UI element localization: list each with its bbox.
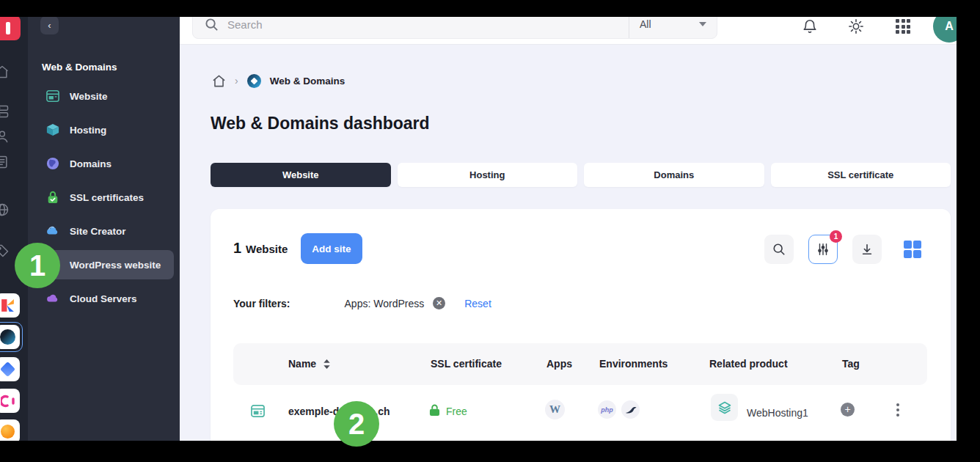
search-icon xyxy=(772,243,786,256)
table-search-button[interactable] xyxy=(764,235,794,264)
sidebar-item-hosting[interactable]: Hosting xyxy=(35,115,174,144)
tab-ssl-certificate[interactable]: SSL certificate xyxy=(771,163,951,187)
search-icon xyxy=(205,18,219,32)
web-domains-product-icon xyxy=(247,74,261,88)
website-list-card: 1 Website Add site 1 Your filters: Apps:… xyxy=(211,209,951,462)
column-name[interactable]: Name xyxy=(288,358,330,370)
sidebar-item-cloud-servers[interactable]: Cloud Servers xyxy=(35,284,174,313)
search-input[interactable] xyxy=(227,18,609,31)
column-environments: Environments xyxy=(599,358,668,370)
annotation-step-1: 1 xyxy=(15,243,60,288)
domains-icon xyxy=(46,157,59,170)
sidebar-item-ssl-certificates[interactable]: SSL certificates xyxy=(35,183,174,212)
add-tag-button[interactable]: + xyxy=(841,403,855,417)
sidebar-item-site-creator[interactable]: Site Creator xyxy=(35,216,174,246)
wordpress-app-icon: W xyxy=(545,400,565,419)
magenta-app-icon[interactable] xyxy=(0,389,20,413)
filter-button[interactable]: 1 xyxy=(808,235,838,264)
home-icon[interactable] xyxy=(0,65,10,79)
table-header: Name SSL certificate Apps Environments R… xyxy=(233,343,927,385)
invoice-icon[interactable] xyxy=(0,155,10,169)
dashboard-tabs: Website Hosting Domains SSL certificate xyxy=(211,163,951,187)
row-menu-icon[interactable] xyxy=(893,401,902,419)
hosting-icon xyxy=(46,123,59,136)
app-rail xyxy=(0,0,28,462)
app-launcher-icon[interactable] xyxy=(896,19,912,35)
ssl-status: Free xyxy=(446,406,467,417)
active-filters-row: Your filters: Apps: WordPress ✕ Reset xyxy=(233,297,491,309)
chevron-down-icon xyxy=(699,22,706,26)
globe-icon[interactable] xyxy=(0,202,10,217)
sidebar: ‹ Web & Domains Website Hosting Domains … xyxy=(28,0,180,462)
back-button[interactable]: ‹ xyxy=(40,16,59,34)
website-icon xyxy=(46,89,59,103)
grid-view-toggle[interactable] xyxy=(904,241,921,258)
download-icon xyxy=(860,243,874,256)
website-icon xyxy=(251,404,265,418)
ssl-lock-icon xyxy=(429,404,440,417)
blue-diamond-app-icon[interactable] xyxy=(0,357,20,381)
webhosting-product-icon xyxy=(711,394,738,421)
export-button[interactable] xyxy=(852,235,882,264)
breadcrumb-separator: › xyxy=(235,75,238,87)
filter-chip: Apps: WordPress xyxy=(345,298,425,309)
php-env-icon: php xyxy=(598,400,616,419)
remove-filter-icon[interactable]: ✕ xyxy=(433,297,445,309)
letterbox-right xyxy=(957,0,980,462)
tab-hosting[interactable]: Hosting xyxy=(398,163,578,187)
column-tag: Tag xyxy=(842,358,860,370)
column-apps: Apps xyxy=(546,358,572,370)
annotation-step-2: 2 xyxy=(334,401,379,447)
ssl-lock-icon xyxy=(46,191,59,204)
tab-website[interactable]: Website xyxy=(211,163,391,187)
sidebar-item-website[interactable]: Website xyxy=(35,81,174,111)
tab-domains[interactable]: Domains xyxy=(584,163,764,187)
website-count-label: Website xyxy=(246,243,288,255)
filters-label: Your filters: xyxy=(233,298,290,309)
search-scope-value: All xyxy=(640,18,651,30)
sidebar-title: Web & Domains xyxy=(42,62,117,73)
filter-sliders-icon xyxy=(816,243,830,256)
gear-icon[interactable] xyxy=(848,18,864,34)
home-icon[interactable] xyxy=(212,74,226,88)
tag-icon[interactable] xyxy=(0,243,10,258)
add-site-button[interactable]: Add site xyxy=(301,233,362,264)
letterbox-bottom xyxy=(0,441,980,462)
cloud-icon xyxy=(46,292,59,305)
sidebar-item-domains[interactable]: Domains xyxy=(35,149,174,178)
red-k-app-icon[interactable] xyxy=(0,293,20,318)
website-count: 1 xyxy=(233,240,241,257)
brand-logo[interactable] xyxy=(0,15,21,40)
page-title: Web & Domains dashboard xyxy=(211,114,430,133)
reset-filters-link[interactable]: Reset xyxy=(464,298,491,309)
related-product-name[interactable]: WebHosting1 xyxy=(747,407,808,419)
breadcrumb: › Web & Domains xyxy=(212,73,345,89)
sort-icon[interactable] xyxy=(323,359,330,369)
stack-icon[interactable] xyxy=(0,104,10,119)
mariadb-icon xyxy=(621,400,640,419)
breadcrumb-section[interactable]: Web & Domains xyxy=(270,76,345,87)
user-icon[interactable] xyxy=(0,129,10,144)
bell-icon[interactable] xyxy=(802,18,818,34)
column-related-product: Related product xyxy=(709,358,788,370)
web-domains-app-icon[interactable] xyxy=(0,325,20,349)
column-ssl: SSL certificate xyxy=(431,358,502,370)
filter-count-badge: 1 xyxy=(830,230,842,243)
site-creator-icon xyxy=(46,224,59,238)
letterbox-top xyxy=(0,0,980,17)
